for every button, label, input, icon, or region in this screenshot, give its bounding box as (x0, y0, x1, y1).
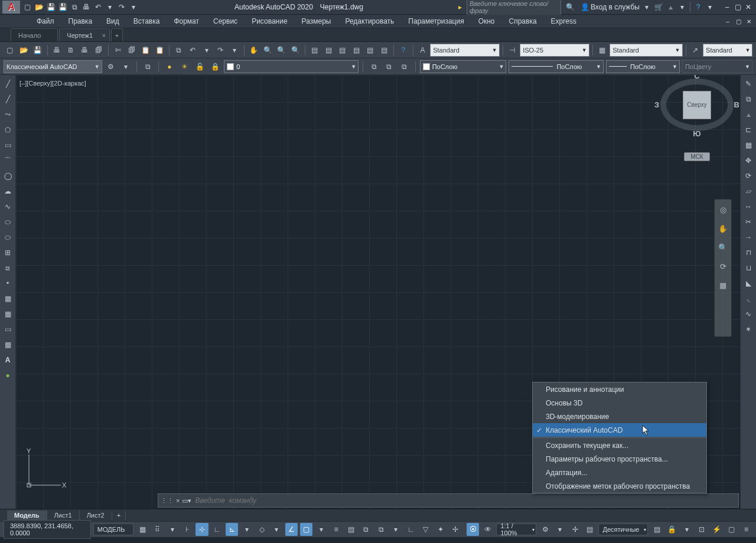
nav-show-icon[interactable]: ▦ (716, 279, 729, 292)
qat-dd1-icon[interactable]: ▾ (105, 2, 115, 12)
maximize-button[interactable]: ▢ (732, 2, 743, 12)
lwt-toggle-icon[interactable]: ≡ (330, 523, 343, 536)
layer-combo[interactable]: 0▼ (224, 60, 359, 73)
ws-menu-customize[interactable]: Адаптация... (533, 466, 706, 479)
redo-dd-icon[interactable]: ▾ (228, 44, 241, 57)
zoom-win-icon[interactable]: 🔍 (275, 44, 288, 57)
ws-dd-icon[interactable]: ▾ (119, 60, 132, 73)
menu-format[interactable]: Формат (167, 15, 206, 27)
menu-edit[interactable]: Правка (61, 15, 100, 27)
signin-dd-icon[interactable]: ▾ (641, 2, 652, 12)
addselected-icon[interactable]: ● (1, 369, 14, 382)
close-button[interactable]: ✕ (743, 2, 754, 12)
lockui-dd-icon[interactable]: ▾ (680, 523, 693, 536)
layout-tab-sheet1[interactable]: Лист1 (47, 511, 80, 520)
cleanscreen-icon[interactable]: ▢ (725, 523, 738, 536)
gradient-icon[interactable]: ▦ (1, 308, 14, 320)
explode-icon[interactable]: ✶ (742, 323, 755, 336)
menu-dimension[interactable]: Размеры (295, 15, 338, 27)
ws-menu-labels[interactable]: Отображение меток рабочего пространства (533, 479, 706, 493)
menu-insert[interactable]: Вставка (126, 15, 167, 27)
save-icon[interactable]: 💾 (31, 44, 44, 57)
publish-icon[interactable]: 🖶 (79, 44, 92, 57)
infer-toggle-icon[interactable]: ⊦ (181, 523, 193, 536)
line-icon[interactable]: ╱ (1, 77, 14, 90)
erase-icon[interactable]: ✎ (742, 77, 755, 90)
units-combo[interactable]: Десятичные▾ (598, 524, 648, 535)
qat-web-icon[interactable]: ⧉ (69, 2, 80, 12)
lockui-icon[interactable]: 🔒 (666, 523, 678, 536)
ws-menu-item-selected[interactable]: ✓Классический AutoCAD (533, 423, 706, 437)
ellipsearc-icon[interactable]: ⬭ (1, 231, 14, 244)
break-icon[interactable]: ⊓ (742, 246, 755, 259)
dwf-icon[interactable]: 🗐 (92, 44, 105, 57)
ws-menu-item[interactable]: Рисование и аннотации (533, 382, 706, 396)
sheetset-icon[interactable]: ▤ (350, 44, 363, 57)
trim-icon[interactable]: ✂ (742, 215, 755, 228)
snap-toggle-icon[interactable]: ⠿ (151, 523, 164, 536)
arc-icon[interactable]: ⌒ (1, 154, 14, 167)
tablestyle-icon[interactable]: ▦ (596, 44, 609, 57)
dim-style-combo[interactable]: ISO-25▼ (520, 44, 589, 57)
fillet-icon[interactable]: ◟ (742, 292, 755, 305)
compass-east[interactable]: В (734, 100, 739, 109)
close-tab-icon[interactable]: × (102, 32, 106, 39)
scale-icon[interactable]: ▱ (742, 185, 755, 198)
isolate-icon[interactable]: ⊡ (695, 523, 708, 536)
properties-icon[interactable]: ▤ (308, 44, 321, 57)
insert-icon[interactable]: ⊞ (1, 246, 14, 259)
qat-new-icon[interactable]: ▢ (22, 2, 32, 12)
ws-menu-item[interactable]: Основы 3D (533, 396, 706, 410)
menu-modify[interactable]: Редактировать (338, 15, 401, 27)
polygon-icon[interactable]: ⬠ (1, 123, 14, 136)
menu-express[interactable]: Express (544, 15, 584, 27)
annoscale-icon[interactable]: ⦿ (467, 523, 479, 536)
qat-redo-icon[interactable]: ↷ (116, 2, 127, 12)
copy-icon[interactable]: 🗐 (125, 44, 138, 57)
copy2-icon[interactable]: ⧉ (742, 93, 755, 106)
textstyle-icon[interactable]: A (416, 44, 429, 57)
rectangle-icon[interactable]: ▭ (1, 139, 14, 152)
ucs-icon[interactable]: X Y (24, 450, 68, 493)
ws-menu-settings[interactable]: Параметры рабочего пространства... (533, 452, 706, 466)
new-tab-button[interactable]: + (111, 28, 123, 41)
menu-help[interactable]: Справка (502, 15, 544, 27)
qat-save-icon[interactable]: 💾 (45, 2, 56, 12)
layer-prev-icon[interactable]: ⧉ (383, 60, 396, 73)
doc-close-button[interactable]: ✕ (744, 17, 754, 25)
layout-tab-sheet2[interactable]: Лист2 (80, 511, 112, 520)
view-cube[interactable]: С Ю З В Сверху МСК (664, 78, 729, 161)
coordinates-readout[interactable]: 3889.8390, 231.4658, 0.0000 (4, 520, 91, 539)
annomon-icon[interactable]: ✢ (449, 523, 462, 536)
3dosnap-dd-icon[interactable]: ▾ (390, 523, 402, 536)
cycling-icon[interactable]: ⧉ (360, 523, 372, 536)
a360-icon[interactable]: ⟁ (665, 2, 676, 12)
viewcube-compass[interactable]: С Ю З В Сверху (660, 78, 734, 131)
ws-menu-item[interactable]: 3D-моделирование (533, 410, 706, 423)
compass-south[interactable]: Ю (693, 129, 700, 138)
nav-orbit-icon[interactable]: ⟳ (716, 260, 729, 273)
drawing-canvas[interactable]: [–][Сверху][2D-каркас] С Ю З В Сверху МС… (16, 75, 740, 509)
move-icon[interactable]: ✥ (742, 154, 755, 167)
open-icon[interactable]: 📂 (18, 44, 31, 57)
layer-freeze-icon[interactable]: ☀ (178, 60, 191, 73)
pan-icon[interactable]: ✋ (247, 44, 260, 57)
circle-icon[interactable]: ◯ (1, 169, 14, 182)
snap-dd-icon[interactable]: ▾ (166, 523, 178, 536)
layer-mgr-icon[interactable]: ⧉ (141, 60, 154, 73)
file-tab-start[interactable]: Начало (11, 28, 58, 41)
osnap-dd-icon[interactable]: ▾ (315, 523, 327, 536)
ortho-toggle-icon[interactable]: ∟ (211, 523, 223, 536)
compass-west[interactable]: З (654, 100, 659, 109)
blockedit-icon[interactable]: ⧉ (172, 44, 185, 57)
nav-pan-icon[interactable]: ✋ (716, 222, 729, 235)
signin-link[interactable]: Вход в службы (591, 3, 640, 11)
qat-open-icon[interactable]: 📂 (34, 2, 44, 12)
compass-north[interactable]: С (694, 75, 699, 80)
qat-dd2-icon[interactable]: ▾ (128, 2, 139, 12)
quickprops-icon[interactable]: ▤ (650, 523, 663, 536)
color-combo[interactable]: ПоСлою▼ (420, 60, 507, 73)
polar-dd-icon[interactable]: ▾ (240, 523, 253, 536)
paste-icon[interactable]: 📋 (139, 44, 152, 57)
menu-draw[interactable]: Рисование (245, 15, 294, 27)
